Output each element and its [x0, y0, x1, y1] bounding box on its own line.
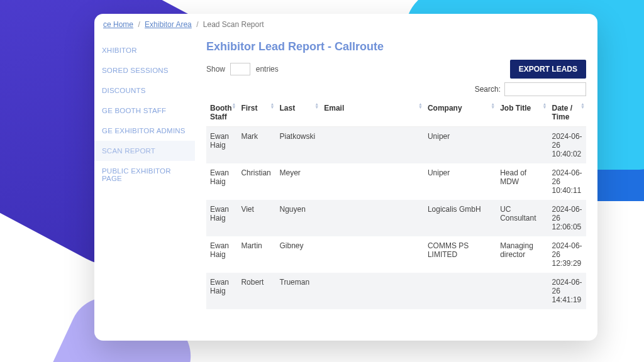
- table-row: Ewan HaigRobertTrueman2024-06-26 14:41:1…: [206, 273, 586, 309]
- table-row: Ewan HaigVietNguyenLogicalis GmbHUC Cons…: [206, 200, 586, 236]
- page-title: Exhibitor Lead Report - Callroute: [206, 40, 586, 53]
- th-last[interactable]: Last▲▼: [276, 100, 321, 127]
- cell-last: Nguyen: [276, 200, 321, 236]
- cell-last: Gibney: [276, 236, 321, 273]
- th-booth-staff[interactable]: Booth Staff▲▼: [206, 100, 237, 127]
- th-first[interactable]: First▲▼: [237, 100, 275, 127]
- breadcrumb-current: Lead Scan Report: [203, 20, 264, 29]
- cell-booth-staff: Ewan Haig: [206, 127, 237, 164]
- breadcrumb-exhibitor-area[interactable]: Exhibitor Area: [145, 20, 192, 29]
- sort-icon: ▲▼: [418, 102, 423, 109]
- sort-icon: ▲▼: [231, 102, 236, 109]
- cell-company: Logicalis GmbH: [424, 200, 496, 236]
- search-input[interactable]: [504, 82, 586, 96]
- cell-job-title: [496, 127, 548, 164]
- cell-job-title: Head of MDW: [496, 163, 548, 200]
- table-row: Ewan HaigMarkPiatkowskiUniper2024-06-26 …: [206, 127, 586, 164]
- sidebar-item-exhibitor[interactable]: XHIBITOR: [94, 40, 195, 60]
- breadcrumb-home[interactable]: ce Home: [103, 20, 133, 29]
- cell-date-time: 2024-06-26 12:39:29: [548, 236, 586, 273]
- cell-first: Viet: [237, 200, 275, 236]
- sidebar-item-sponsored[interactable]: SORED SESSIONS: [94, 60, 195, 80]
- cell-date-time: 2024-06-26 14:41:19: [548, 273, 586, 309]
- sort-icon: ▲▼: [270, 102, 275, 109]
- sort-icon: ▲▼: [580, 102, 585, 109]
- cell-job-title: Managing director: [496, 236, 548, 273]
- cell-date-time: 2024-06-26 12:06:05: [548, 200, 586, 236]
- sidebar-item-booth-staff[interactable]: GE BOOTH STAFF: [94, 101, 195, 121]
- sort-icon: ▲▼: [543, 102, 547, 109]
- th-email[interactable]: Email▲▼: [320, 100, 424, 127]
- cell-date-time: 2024-06-26 10:40:11: [548, 163, 586, 200]
- cell-first: Christian: [237, 163, 275, 200]
- cell-email: [320, 127, 424, 164]
- cell-company: Uniper: [424, 163, 496, 200]
- cell-booth-staff: Ewan Haig: [206, 163, 237, 200]
- show-label-prefix: Show: [206, 65, 225, 74]
- cell-job-title: UC Consultant: [496, 200, 548, 236]
- breadcrumb-sep: /: [135, 20, 142, 29]
- table-row: Ewan HaigMartinGibneyCOMMS PS LIMITEDMan…: [206, 236, 586, 273]
- sort-icon: ▲▼: [491, 102, 495, 109]
- cell-email: [320, 236, 424, 273]
- cell-last: Trueman: [276, 273, 321, 309]
- cell-company: Uniper: [424, 127, 496, 164]
- breadcrumb: ce Home / Exhibitor Area / Lead Scan Rep…: [94, 14, 597, 34]
- sidebar-item-public-page[interactable]: PUBLIC EXHIBITOR PAGE: [94, 161, 195, 189]
- sidebar-item-discounts[interactable]: DISCOUNTS: [94, 80, 195, 101]
- th-date-time[interactable]: Date / Time▲▼: [548, 100, 586, 127]
- breadcrumb-sep: /: [194, 20, 201, 29]
- cell-job-title: [496, 273, 548, 309]
- cell-company: [424, 273, 496, 309]
- th-company[interactable]: Company▲▼: [424, 100, 496, 127]
- table-row: Ewan HaigChristianMeyerUniperHead of MDW…: [206, 163, 586, 200]
- cell-booth-staff: Ewan Haig: [206, 273, 237, 309]
- cell-booth-staff: Ewan Haig: [206, 236, 237, 273]
- cell-company: COMMS PS LIMITED: [424, 236, 496, 273]
- controls-row: Show entries EXPORT LEADS: [206, 60, 586, 79]
- show-label-suffix: entries: [256, 65, 279, 74]
- entries-input[interactable]: [230, 63, 250, 75]
- sort-icon: ▲▼: [314, 102, 319, 109]
- cell-email: [320, 273, 424, 309]
- cell-first: Mark: [237, 127, 275, 164]
- leads-table: Booth Staff▲▼ First▲▼ Last▲▼ Email▲▼ Com…: [206, 100, 586, 309]
- th-job-title[interactable]: Job Title▲▼: [496, 100, 548, 127]
- cell-email: [320, 163, 424, 200]
- sidebar: XHIBITOR SORED SESSIONS DISCOUNTS GE BOO…: [94, 34, 195, 341]
- cell-first: Martin: [237, 236, 275, 273]
- cell-date-time: 2024-06-26 10:40:02: [548, 127, 586, 164]
- cell-last: Meyer: [276, 163, 321, 200]
- cell-email: [320, 200, 424, 236]
- sidebar-item-exhibitor-admins[interactable]: GE EXHIBITOR ADMINS: [94, 121, 195, 141]
- sidebar-item-scan-report[interactable]: SCAN REPORT: [94, 141, 195, 161]
- search-row: Search:: [206, 82, 586, 96]
- cell-booth-staff: Ewan Haig: [206, 200, 237, 236]
- export-leads-button[interactable]: EXPORT LEADS: [510, 60, 586, 79]
- app-window: ce Home / Exhibitor Area / Lead Scan Rep…: [94, 14, 597, 341]
- main-content: Exhibitor Lead Report - Callroute Show e…: [195, 34, 597, 341]
- search-label: Search:: [475, 85, 501, 94]
- cell-last: Piatkowski: [276, 127, 321, 164]
- show-entries: Show entries: [206, 63, 279, 75]
- cell-first: Robert: [237, 273, 275, 309]
